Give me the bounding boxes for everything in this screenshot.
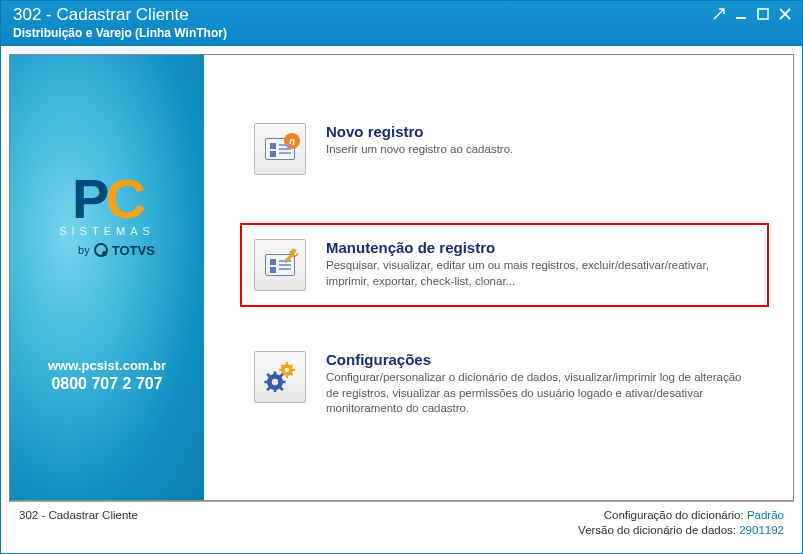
site-url: www.pcsist.com.br (48, 358, 166, 373)
maximize-icon[interactable] (756, 7, 770, 21)
phone-number: 0800 707 2 707 (51, 375, 162, 393)
svg-rect-5 (286, 375, 288, 378)
close-icon[interactable] (778, 7, 792, 21)
logo-totvs-label: TOTVS (112, 243, 155, 258)
main-area: n Novo registro Inserir um novo registro… (204, 55, 793, 500)
status-version-label: Versão do dicionário de dados: (578, 524, 736, 536)
content-wrap: PC SISTEMAS by TOTVS www.pcsist.com.br 0… (1, 46, 802, 553)
sidebar: PC SISTEMAS by TOTVS www.pcsist.com.br 0… (10, 55, 204, 500)
wrench-icon (282, 247, 300, 265)
new-record-icon: n (254, 123, 306, 175)
settings-icon (254, 351, 306, 403)
svg-point-13 (272, 379, 278, 385)
option-settings[interactable]: Configurações Configurar/personalizar o … (240, 335, 769, 433)
logo-pc-icon: PC (59, 175, 155, 223)
option-desc: Inserir um novo registro ao cadastro. (326, 142, 755, 158)
window-subtitle: Distribuição e Varejo (Linha WinThor) (13, 26, 227, 40)
status-config-label: Configuração do dicionário: (604, 509, 744, 521)
app-window: 302 - Cadastrar Cliente Distribuição e V… (0, 0, 803, 554)
svg-rect-6 (279, 369, 282, 371)
status-version-value: 2901192 (739, 524, 784, 536)
option-desc: Configurar/personalizar o dicionário de … (326, 370, 755, 417)
window-controls (712, 7, 792, 21)
logo: PC SISTEMAS by TOTVS (59, 175, 155, 258)
svg-rect-4 (286, 362, 288, 365)
logo-by-label: by (78, 244, 90, 256)
svg-point-3 (285, 368, 290, 373)
option-desc: Pesquisar, visualizar, editar um ou mais… (326, 258, 755, 289)
logo-totvs: by TOTVS (59, 243, 155, 258)
svg-rect-0 (736, 17, 746, 19)
minimize-icon[interactable] (734, 7, 748, 21)
option-title: Manutenção de registro (326, 239, 755, 256)
maintenance-icon (254, 239, 306, 291)
option-title: Novo registro (326, 123, 755, 140)
status-left: 302 - Cadastrar Cliente (19, 508, 138, 539)
totvs-ring-icon (94, 243, 108, 257)
option-maintenance[interactable]: Manutenção de registro Pesquisar, visual… (240, 223, 769, 307)
svg-rect-14 (274, 372, 277, 376)
svg-rect-1 (758, 9, 768, 19)
logo-sistemas-label: SISTEMAS (59, 225, 155, 237)
status-config-value: Padrão (747, 509, 784, 521)
restore-icon[interactable] (712, 7, 726, 21)
gear-large-icon (265, 372, 286, 393)
option-title: Configurações (326, 351, 755, 368)
svg-rect-15 (274, 389, 277, 393)
svg-rect-16 (265, 381, 269, 384)
svg-rect-17 (282, 381, 286, 384)
window-title: 302 - Cadastrar Cliente (13, 5, 227, 25)
option-new-record[interactable]: n Novo registro Inserir um novo registro… (240, 107, 769, 191)
titlebar: 302 - Cadastrar Cliente Distribuição e V… (1, 1, 802, 46)
inner-panel: PC SISTEMAS by TOTVS www.pcsist.com.br 0… (9, 54, 794, 501)
svg-rect-7 (292, 369, 295, 371)
statusbar: 302 - Cadastrar Cliente Configuração do … (9, 501, 794, 545)
